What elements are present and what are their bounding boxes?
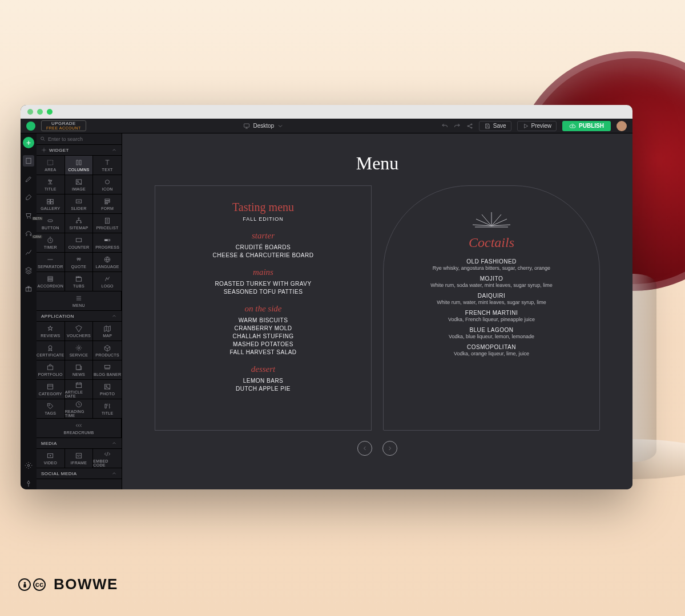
widget-label: SERVICE <box>70 353 88 357</box>
widget-gallery[interactable]: GALLERY <box>37 194 65 214</box>
section-social-header[interactable]: SOCIAL MEDIA <box>37 468 122 479</box>
widget-counter[interactable]: COUNTER <box>65 233 94 253</box>
menu-item: CHALLAH STUFFING <box>172 333 354 339</box>
rail-edit[interactable] <box>23 173 34 185</box>
widget-breadcrumb[interactable]: BREADCRUMB <box>37 419 122 438</box>
search-field[interactable] <box>37 133 122 145</box>
widget-tubs[interactable]: TUBS <box>65 272 94 291</box>
arrow-right-icon <box>386 445 393 452</box>
widget-reading-time[interactable]: READING TIME <box>65 399 94 419</box>
widget-logo[interactable]: LOGO <box>93 272 122 291</box>
svg-point-50 <box>49 404 50 406</box>
svg-point-41 <box>49 346 52 349</box>
widget-portfolio[interactable]: PORTFOLIO <box>37 360 65 380</box>
redo-icon[interactable] <box>454 123 461 129</box>
sunburst-icon <box>472 209 511 228</box>
device-selector[interactable]: Desktop <box>243 123 284 129</box>
widget-columns[interactable]: COLUMNS <box>65 156 94 175</box>
menu-item: LEMON BARS <box>172 378 354 384</box>
reviews-icon <box>46 325 54 333</box>
rail-help[interactable] <box>23 478 34 489</box>
widget-image[interactable]: IMAGE <box>65 175 94 194</box>
share-icon[interactable] <box>466 123 473 129</box>
chevron-up-icon <box>111 147 117 153</box>
svg-point-16 <box>106 180 110 184</box>
traffic-light-zoom[interactable] <box>47 109 53 115</box>
widget-blog-baner[interactable]: BLOG BANER <box>93 360 122 380</box>
widget-photo[interactable]: PHOTO <box>93 380 122 399</box>
preview-button[interactable]: Preview <box>517 121 557 131</box>
app-logo-icon[interactable] <box>26 121 35 131</box>
widget-accordion[interactable]: ACCORDION <box>37 272 65 291</box>
tasting-menu-card[interactable]: Tasting menu FALL EDITION starterCRUDITÉ… <box>155 185 372 431</box>
section-application-label: APPLICATION <box>41 314 74 319</box>
widget-category[interactable]: CATEGORY <box>37 380 65 399</box>
publish-label: PUBLISH <box>579 123 604 129</box>
widget-menu[interactable]: MENU <box>37 291 122 311</box>
widget-certificate[interactable]: CERTIFICATE <box>37 341 65 360</box>
menu-item: CRANBERRY MOLD <box>172 325 354 331</box>
accordion-icon <box>46 275 54 283</box>
section-application-header[interactable]: APPLICATION <box>37 311 122 322</box>
tubs-icon <box>75 275 83 283</box>
widget-reviews[interactable]: REVIEWS <box>37 322 65 341</box>
headset-icon <box>25 230 33 238</box>
add-button[interactable]: + <box>23 137 34 148</box>
widget-title2[interactable]: TITLE <box>93 399 122 419</box>
widget-progress[interactable]: PROGRESS <box>93 233 122 253</box>
widget-sitemap[interactable]: SITEMAP <box>65 214 94 233</box>
widget-products[interactable]: PRODUCTS <box>93 341 122 360</box>
rail-analytics[interactable] <box>23 246 34 258</box>
widget-title[interactable]: AaTITLE <box>37 175 65 194</box>
traffic-light-close[interactable] <box>27 109 33 115</box>
prev-slide-button[interactable] <box>357 441 372 456</box>
widget-form[interactable]: FORM <box>93 194 122 214</box>
search-input[interactable] <box>48 136 118 142</box>
category-icon <box>46 383 54 391</box>
menu-item: CHEESE & CHARCUTERIE BOARD <box>172 252 354 258</box>
cart-icon <box>25 212 33 220</box>
footer-brand: cc BOWWE <box>18 576 118 593</box>
widget-text[interactable]: TEXT <box>93 156 122 175</box>
section-widget-header[interactable]: WIDGET <box>37 145 122 156</box>
publish-button[interactable]: PUBLISH <box>562 121 611 131</box>
widget-tags[interactable]: TAGS <box>37 399 65 419</box>
widget-map[interactable]: MAP <box>93 322 122 341</box>
widget-service[interactable]: SERVICE <box>65 341 94 360</box>
widget-article-date[interactable]: ARTICLE DATE <box>65 380 94 399</box>
brush-icon <box>25 193 33 201</box>
widget-slider[interactable]: SLIDER <box>65 194 94 214</box>
next-slide-button[interactable] <box>382 441 397 456</box>
widget-news[interactable]: NEWS <box>65 360 94 380</box>
widget-vouchers[interactable]: VOUCHERS <box>65 322 94 341</box>
undo-icon[interactable] <box>441 123 448 129</box>
editor-canvas[interactable]: Menu Tasting menu FALL EDITION starterCR… <box>122 133 632 489</box>
widget-separator[interactable]: SEPARATOR <box>37 253 65 272</box>
user-avatar[interactable] <box>616 121 627 131</box>
save-button[interactable]: Save <box>479 121 511 131</box>
widget-embed-code[interactable]: EMBED CODE <box>93 449 122 468</box>
progress-icon <box>103 236 111 244</box>
rail-settings[interactable] <box>23 460 34 471</box>
widget-quote[interactable]: QUOTE <box>65 253 94 272</box>
cocktails-card[interactable]: Coctails OLD FASHIONEDRye whisky, angost… <box>383 185 600 431</box>
widget-video[interactable]: VIDEO <box>37 449 65 468</box>
rail-apps[interactable] <box>23 283 34 294</box>
rail-pages[interactable] <box>23 155 34 167</box>
widget-language[interactable]: LANGUAGE <box>93 253 122 272</box>
widget-icon[interactable]: ICON <box>93 175 122 194</box>
svg-rect-18 <box>51 200 54 202</box>
rail-layers[interactable] <box>23 265 34 276</box>
widget-iframe[interactable]: IFRAME <box>65 449 94 468</box>
svg-rect-24 <box>105 203 108 204</box>
section-media-header[interactable]: MEDIA <box>37 438 122 449</box>
svg-rect-5 <box>26 158 31 163</box>
upgrade-button[interactable]: UPGRADE FREE ACCOUNT <box>41 120 86 131</box>
widget-label: MAP <box>103 334 112 338</box>
left-rail: + BETA CRM <box>21 133 37 489</box>
widget-pricelist[interactable]: PRICELIST <box>93 214 122 233</box>
svg-rect-35 <box>48 277 53 278</box>
rail-design[interactable] <box>23 192 34 203</box>
widget-area[interactable]: AREA <box>37 156 65 175</box>
traffic-light-minimize[interactable] <box>37 109 43 115</box>
